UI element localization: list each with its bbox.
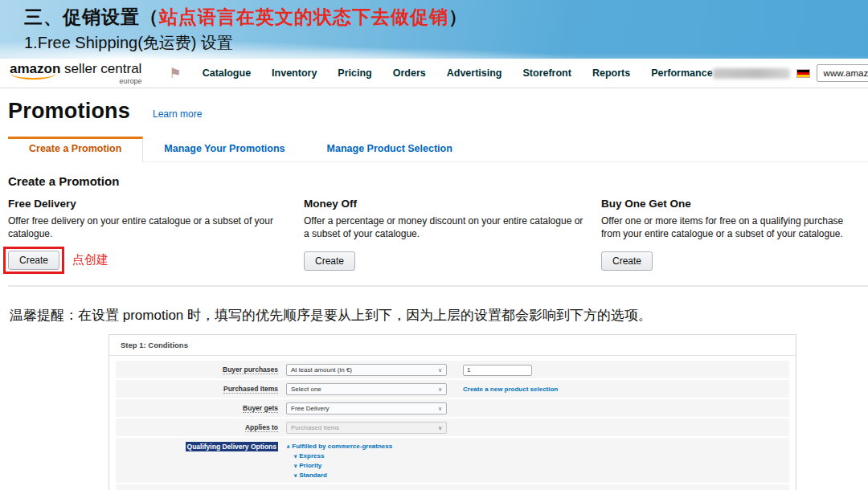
- tab-manage-your-promotions[interactable]: Manage Your Promotions: [143, 137, 305, 161]
- card-description: Offer free delivery on your entire catal…: [8, 214, 288, 242]
- flag-icon[interactable]: ⚑: [169, 65, 181, 82]
- card-free-delivery: Free Delivery Offer free delivery on you…: [8, 198, 304, 274]
- seller-central-header: amazon seller central europe ⚑ Catalogue…: [0, 59, 868, 88]
- card-description: Offer one or more items for free on a qu…: [601, 214, 850, 242]
- promotions-tabs: Create a Promotion Manage Your Promotion…: [8, 137, 868, 162]
- applies-to-label: Applies to: [245, 423, 278, 432]
- card-buy-one-get-one: Buy One Get One Offer one or more items …: [601, 198, 866, 274]
- amazon-logo-text: amazon: [10, 61, 60, 76]
- applies-to-select-value: Purchased Items: [291, 424, 339, 431]
- purchased-items-select[interactable]: Select one ∨: [286, 383, 447, 395]
- chevron-up-icon: ∧: [286, 443, 290, 449]
- logo-region-label: europe: [119, 78, 141, 85]
- buyer-gets-label: Buyer gets: [243, 404, 278, 413]
- card-title: Buy One Get One: [601, 198, 850, 210]
- purchased-items-label: Purchased Items: [223, 385, 278, 394]
- applies-to-select: Purchased Items ∨: [286, 422, 447, 434]
- chevron-down-icon: ∨: [438, 425, 442, 431]
- annotation-highlight-box: Create: [3, 247, 64, 274]
- card-title: Money Off: [304, 198, 585, 210]
- conditions-form-screenshot: Step 1: Conditions Buyer purchases At le…: [108, 334, 796, 490]
- priority-toggle[interactable]: ∨Priority: [293, 462, 392, 469]
- amazon-seller-central-logo[interactable]: amazon seller central europe: [10, 62, 141, 85]
- seller-central-text: seller central: [60, 61, 141, 76]
- fulfilled-by-label: Fulfilled by commerce-greatness: [292, 443, 392, 450]
- chevron-down-icon: ∨: [438, 386, 442, 393]
- express-toggle[interactable]: ∨Express: [293, 452, 392, 459]
- qualifying-delivery-options-label: Qualifying Delivery Options: [186, 442, 278, 451]
- tutorial-banner: 三、促销设置（站点语言在英文的状态下去做促销） 1.Free Shipping(…: [0, 0, 868, 59]
- tutorial-title-suffix: ）: [448, 6, 468, 27]
- section-title: Create a Promotion: [8, 174, 868, 188]
- promotions-page: Promotions Learn more Create a Promotion…: [0, 88, 868, 325]
- annotation-text: 点创建: [72, 252, 108, 266]
- nav-item-performance[interactable]: Performance: [651, 67, 712, 79]
- page-title: Promotions: [8, 99, 130, 124]
- row-purchased-items: Purchased Items Select one ∨ Create a ne…: [116, 380, 789, 398]
- create-product-selection-link[interactable]: Create a new product selection: [463, 386, 558, 393]
- create-free-delivery-button[interactable]: Create: [8, 251, 59, 270]
- nav-item-reports[interactable]: Reports: [592, 67, 630, 79]
- row-buyer-gets: Buyer gets Free Delivery ∨: [116, 399, 789, 417]
- chevron-down-icon: ∨: [293, 472, 297, 478]
- chevron-down-icon: ∨: [293, 453, 297, 459]
- nav-item-pricing[interactable]: Pricing: [338, 67, 371, 79]
- tutorial-title: 三、促销设置（站点语言在英文的状态下去做促销）: [24, 5, 868, 30]
- buyer-gets-select[interactable]: Free Delivery ∨: [286, 402, 447, 414]
- chevron-down-icon: ∨: [293, 463, 297, 468]
- marketplace-selector[interactable]: www.amazon.de: [817, 64, 868, 82]
- nav-item-orders[interactable]: Orders: [393, 67, 426, 79]
- buyer-purchases-label: Buyer purchases: [223, 365, 278, 374]
- priority-label: Priority: [299, 462, 321, 469]
- tab-create-a-promotion[interactable]: Create a Promotion: [8, 137, 143, 162]
- germany-flag-icon: [796, 69, 810, 78]
- learn-more-link[interactable]: Learn more: [153, 108, 202, 120]
- chevron-down-icon: ∨: [438, 406, 442, 412]
- standard-toggle[interactable]: ∨Standard: [293, 472, 392, 479]
- create-bogo-button[interactable]: Create: [601, 251, 653, 271]
- tab-manage-product-selection[interactable]: Manage Product Selection: [306, 137, 473, 161]
- amount-input[interactable]: [463, 365, 532, 376]
- nav-item-advertising[interactable]: Advertising: [447, 67, 502, 79]
- chevron-down-icon: ∨: [438, 367, 442, 374]
- buyer-purchases-select-value: At least amount (in €): [291, 366, 352, 374]
- row-buyer-purchases: Buyer purchases At least amount (in €) ∨: [116, 361, 789, 378]
- account-name-redacted[interactable]: [713, 68, 790, 79]
- nav-item-inventory[interactable]: Inventory: [272, 67, 317, 79]
- row-advanced-options: ∧Advanced Options: [116, 484, 789, 490]
- marketplace-value: www.amazon.de: [824, 68, 868, 78]
- card-description: Offer a percentage or money discount on …: [304, 214, 585, 242]
- standard-label: Standard: [299, 472, 327, 479]
- tutorial-subtitle: 1.Free Shipping(免运费) 设置: [24, 32, 868, 54]
- card-money-off: Money Off Offer a percentage or money di…: [304, 198, 601, 274]
- row-applies-to: Applies to Purchased Items ∨: [116, 419, 789, 436]
- reminder-note: 温馨提醒：在设置 promotion 时，填写的优先顺序是要从上到下，因为上层的…: [8, 287, 868, 325]
- buyer-purchases-select[interactable]: At least amount (in €) ∨: [286, 364, 447, 376]
- nav-item-storefront[interactable]: Storefront: [523, 67, 571, 79]
- nav-item-catalogue[interactable]: Catalogue: [203, 67, 251, 79]
- create-money-off-button[interactable]: Create: [304, 251, 355, 271]
- express-label: Express: [299, 452, 324, 459]
- buyer-gets-select-value: Free Delivery: [291, 405, 330, 412]
- purchased-items-select-value: Select one: [291, 386, 321, 393]
- fulfilled-by-toggle[interactable]: ∧Fulfilled by commerce-greatness: [286, 443, 392, 450]
- card-title: Free Delivery: [8, 198, 288, 210]
- tutorial-title-highlight: 站点语言在英文的状态下去做促销: [159, 6, 448, 27]
- promotion-type-cards: Free Delivery Offer free delivery on you…: [8, 198, 868, 274]
- row-qualifying-delivery-options: Qualifying Delivery Options ∧Fulfilled b…: [116, 438, 789, 483]
- step1-conditions-header: Step 1: Conditions: [109, 335, 796, 356]
- main-nav: Catalogue Inventory Pricing Orders Adver…: [203, 67, 713, 79]
- tutorial-title-prefix: 三、促销设置（: [24, 6, 159, 27]
